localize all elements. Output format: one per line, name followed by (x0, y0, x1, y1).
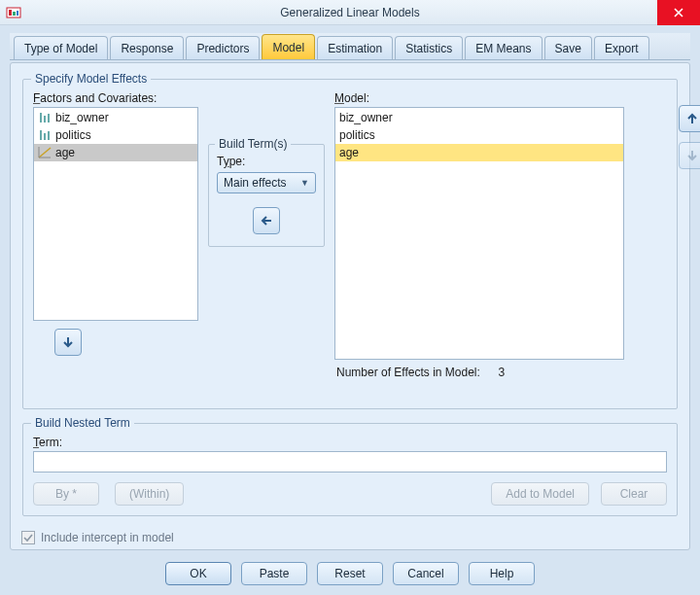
within-button[interactable]: (Within) (115, 482, 184, 506)
tab-response[interactable]: Response (110, 36, 184, 59)
close-icon (673, 7, 684, 18)
include-intercept-label: Include intercept in model (41, 531, 174, 544)
include-intercept-row: Include intercept in model (21, 531, 174, 544)
effects-count-label: Number of Effects in Model: (336, 366, 480, 379)
list-item[interactable]: politics (34, 126, 197, 144)
svg-rect-5 (44, 116, 46, 122)
svg-rect-1 (9, 10, 12, 16)
build-terms-legend: Build Term(s) (215, 137, 291, 151)
type-dropdown[interactable]: Main effects ▼ (217, 172, 316, 193)
effects-count-value: 3 (499, 366, 506, 379)
term-input[interactable] (33, 451, 667, 472)
list-item-label: politics (339, 128, 375, 142)
arrow-left-icon (260, 214, 273, 228)
add-to-model-button[interactable]: Add to Model (491, 482, 589, 506)
arrow-down-icon (61, 335, 75, 349)
list-item[interactable]: biz_owner (335, 109, 623, 126)
svg-rect-6 (48, 114, 50, 122)
tab-save[interactable]: Save (544, 36, 592, 59)
tab-em-means[interactable]: EM Means (465, 36, 542, 59)
factors-listbox[interactable]: biz_owner politics age (33, 107, 198, 321)
cancel-button[interactable]: Cancel (393, 562, 459, 585)
group-build-terms: Build Term(s) Type: Main effects ▼ (208, 144, 325, 247)
tab-model[interactable]: Model (262, 34, 315, 59)
type-value: Main effects (224, 176, 286, 190)
svg-rect-2 (13, 12, 16, 16)
title-bar: Generalized Linear Models (0, 0, 700, 25)
svg-rect-9 (48, 131, 50, 140)
help-button[interactable]: Help (469, 562, 535, 585)
scale-icon (38, 146, 52, 159)
group-legend: Specify Model Effects (31, 72, 151, 86)
type-label: Type: (217, 155, 316, 168)
group-build-nested-term: Build Nested Term Term: By * (Within) Ad… (22, 423, 678, 516)
tab-type-of-model[interactable]: Type of Model (14, 36, 108, 59)
arrow-up-icon (685, 112, 699, 125)
arrow-down-icon (685, 149, 699, 162)
by-button[interactable]: By * (33, 482, 99, 506)
tab-predictors[interactable]: Predictors (186, 36, 260, 59)
move-down-button[interactable] (54, 329, 82, 356)
svg-rect-4 (40, 113, 42, 122)
list-item[interactable]: politics (335, 126, 623, 144)
paste-button[interactable]: Paste (241, 562, 307, 585)
model-label: Model: (334, 91, 624, 105)
svg-rect-8 (44, 133, 46, 140)
chevron-down-icon: ▼ (300, 178, 309, 188)
tab-estimation[interactable]: Estimation (317, 36, 393, 59)
app-icon (6, 5, 21, 20)
term-label: Term: (33, 436, 667, 449)
reset-button[interactable]: Reset (317, 562, 383, 585)
categorical-icon (38, 128, 52, 142)
list-item-label: age (55, 146, 75, 159)
svg-rect-7 (40, 130, 42, 140)
list-item[interactable]: age (335, 144, 623, 161)
content-panel: Specify Model Effects Factors and Covari… (10, 62, 690, 550)
dialog-button-row: OK Paste Reset Cancel Help (0, 562, 700, 585)
categorical-icon (38, 111, 52, 124)
model-move-up-button[interactable] (679, 105, 700, 132)
list-item[interactable]: age (34, 144, 197, 161)
list-item-label: biz_owner (55, 111, 109, 124)
nested-legend: Build Nested Term (31, 416, 134, 430)
tab-strip: Type of Model Response Predictors Model … (10, 33, 690, 60)
list-item-label: age (339, 146, 359, 159)
close-button[interactable] (657, 0, 700, 25)
model-move-down-button[interactable] (679, 142, 700, 169)
factors-label: Factors and Covariates: (33, 91, 198, 105)
include-intercept-checkbox[interactable] (21, 531, 35, 544)
tab-statistics[interactable]: Statistics (395, 36, 463, 59)
svg-rect-3 (17, 11, 18, 16)
check-icon (23, 533, 33, 542)
list-item-label: biz_owner (339, 111, 393, 124)
model-listbox[interactable]: biz_owner politics age (334, 107, 624, 360)
window-title: Generalized Linear Models (0, 6, 700, 19)
list-item[interactable]: biz_owner (34, 109, 197, 126)
tab-export[interactable]: Export (594, 36, 649, 59)
clear-button[interactable]: Clear (601, 482, 667, 506)
ok-button[interactable]: OK (165, 562, 231, 585)
list-item-label: politics (55, 128, 91, 142)
group-specify-model-effects: Specify Model Effects Factors and Covari… (22, 79, 678, 409)
add-term-button[interactable] (253, 207, 280, 234)
